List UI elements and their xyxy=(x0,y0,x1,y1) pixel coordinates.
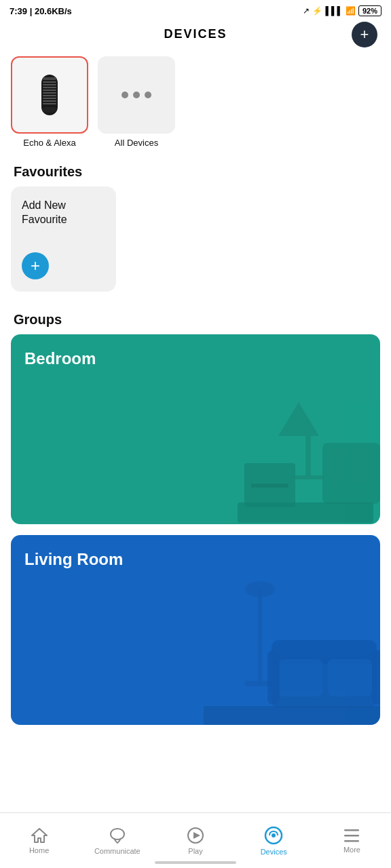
svg-rect-21 xyxy=(258,589,262,684)
svg-marker-12 xyxy=(278,402,319,436)
group-card-living-room[interactable]: Living Room xyxy=(11,535,380,725)
svg-rect-19 xyxy=(353,448,373,482)
svg-rect-28 xyxy=(267,650,280,705)
svg-rect-29 xyxy=(372,650,380,705)
communicate-icon xyxy=(109,827,126,844)
echo-alexa-card[interactable] xyxy=(11,56,88,134)
svg-rect-7 xyxy=(43,95,56,96)
bottom-navigation: Home Communicate Play Devices xyxy=(0,812,391,868)
svg-rect-1 xyxy=(43,77,56,80)
svg-point-36 xyxy=(272,833,276,837)
svg-point-22 xyxy=(245,581,275,597)
svg-rect-26 xyxy=(278,659,322,696)
echo-device-icon xyxy=(36,73,63,117)
svg-rect-30 xyxy=(204,706,380,725)
signal-icon: ▌▌▌ xyxy=(325,6,343,16)
battery-status: 92% xyxy=(358,5,381,16)
living-room-label: Living Room xyxy=(24,550,123,569)
page-title: DEVICES xyxy=(164,27,227,41)
nav-label-more: More xyxy=(343,846,360,854)
bedroom-illustration xyxy=(217,389,380,524)
nav-item-play[interactable]: Play xyxy=(156,823,234,859)
nav-label-play: Play xyxy=(188,847,202,855)
svg-rect-11 xyxy=(43,107,56,113)
all-devices-icon xyxy=(122,92,151,98)
svg-rect-9 xyxy=(43,100,56,102)
add-favourite-line1: Add New xyxy=(22,199,105,213)
favourites-content: Add New Favourite + xyxy=(0,186,391,302)
svg-rect-38 xyxy=(344,835,359,837)
svg-rect-10 xyxy=(43,103,56,104)
bottom-indicator xyxy=(155,861,236,864)
location-icon: ↗ xyxy=(303,6,310,16)
svg-rect-13 xyxy=(305,436,311,477)
groups-section: Groups Bedroom xyxy=(0,302,391,747)
wifi-icon: 📶 xyxy=(346,6,356,16)
filter-all-devices[interactable]: All Devices xyxy=(98,56,175,148)
add-device-button[interactable]: + xyxy=(352,22,377,47)
svg-marker-34 xyxy=(193,832,200,839)
groups-heading: Groups xyxy=(0,302,391,334)
add-favourite-line2: Favourite xyxy=(22,213,105,227)
page-header: DEVICES + xyxy=(0,19,391,50)
devices-icon xyxy=(264,826,283,845)
svg-rect-8 xyxy=(43,98,56,99)
svg-point-32 xyxy=(111,829,124,840)
status-icons: ↗ ⚡ ▌▌▌ 📶 92% xyxy=(303,5,381,16)
add-favourite-card[interactable]: Add New Favourite + xyxy=(11,186,116,292)
group-card-bedroom[interactable]: Bedroom xyxy=(11,334,380,524)
nav-item-communicate[interactable]: Communicate xyxy=(78,823,156,859)
more-icon xyxy=(343,828,360,843)
main-content: Echo & Alexa All Devices Favourites Add … xyxy=(0,50,391,808)
groups-content: Bedroom xyxy=(0,334,391,747)
svg-rect-4 xyxy=(43,87,56,88)
bluetooth-icon: ⚡ xyxy=(312,6,322,16)
svg-rect-5 xyxy=(43,90,56,91)
svg-rect-27 xyxy=(328,659,372,696)
nav-label-home: Home xyxy=(29,846,49,854)
nav-label-devices: Devices xyxy=(261,848,287,856)
svg-rect-3 xyxy=(43,84,56,85)
all-devices-label: All Devices xyxy=(115,138,158,148)
bedroom-label: Bedroom xyxy=(24,349,96,368)
nav-item-devices[interactable]: Devices xyxy=(235,822,313,860)
svg-marker-31 xyxy=(32,829,47,842)
nav-label-communicate: Communicate xyxy=(94,847,141,855)
filter-echo-alexa[interactable]: Echo & Alexa xyxy=(11,56,88,148)
favourites-heading: Favourites xyxy=(0,155,391,186)
play-icon xyxy=(187,827,204,844)
svg-rect-18 xyxy=(328,448,348,482)
svg-rect-16 xyxy=(251,484,288,488)
svg-rect-37 xyxy=(344,829,359,831)
svg-rect-6 xyxy=(43,92,56,94)
all-devices-card[interactable] xyxy=(98,56,175,134)
echo-alexa-label: Echo & Alexa xyxy=(23,138,75,148)
nav-item-home[interactable]: Home xyxy=(0,823,78,859)
add-favourite-button[interactable]: + xyxy=(22,252,49,279)
device-filter-row: Echo & Alexa All Devices xyxy=(0,50,391,155)
status-bar: 7:39 | 20.6KB/s ↗ ⚡ ▌▌▌ 📶 92% xyxy=(0,0,391,19)
status-time-network: 7:39 | 20.6KB/s xyxy=(10,6,72,16)
svg-rect-2 xyxy=(43,81,56,83)
nav-item-more[interactable]: More xyxy=(313,824,391,858)
home-icon xyxy=(31,827,48,844)
living-room-illustration xyxy=(204,576,380,725)
favourites-section: Favourites Add New Favourite + xyxy=(0,155,391,302)
svg-rect-20 xyxy=(238,502,373,523)
svg-rect-14 xyxy=(292,475,324,479)
svg-rect-39 xyxy=(344,840,359,842)
